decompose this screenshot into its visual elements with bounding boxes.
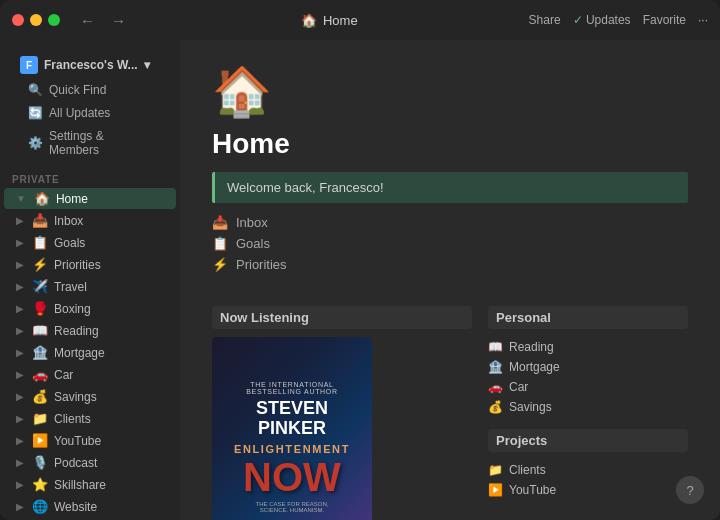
personal-car[interactable]: 🚗 Car xyxy=(488,377,688,397)
quick-find-label: Quick Find xyxy=(49,83,106,97)
search-icon: 🔍 xyxy=(28,83,43,97)
goals-link-icon: 📋 xyxy=(212,236,228,251)
book-byline: THE INTERNATIONAL BESTSELLING AUTHOR xyxy=(224,381,360,395)
help-button[interactable]: ? xyxy=(676,476,704,504)
titlebar-center: 🏠 Home xyxy=(138,13,521,28)
link-priorities[interactable]: ⚡ Priorities xyxy=(212,255,688,274)
minimize-button[interactable] xyxy=(30,14,42,26)
settings-members[interactable]: ⚙️ Settings & Members xyxy=(16,125,164,161)
sidebar-item-inbox[interactable]: ▶ 📥 Inbox xyxy=(4,210,176,231)
link-goals[interactable]: 📋 Goals xyxy=(212,234,688,253)
personal-mortgage[interactable]: 🏦 Mortgage xyxy=(488,357,688,377)
sidebar-item-podcast[interactable]: ▶ 🎙️ Podcast xyxy=(4,452,176,473)
youtube-icon-r: ▶️ xyxy=(488,483,503,497)
savings-icon: 💰 xyxy=(32,389,48,404)
savings-label: Savings xyxy=(509,400,552,414)
mortgage-label: Mortgage xyxy=(509,360,560,374)
inbox-arrow: ▶ xyxy=(16,215,24,226)
welcome-banner: Welcome back, Francesco! xyxy=(212,172,688,203)
sidebar-item-priorities[interactable]: ▶ ⚡ Priorities xyxy=(4,254,176,275)
traffic-lights xyxy=(12,14,60,26)
all-updates[interactable]: 🔄 All Updates xyxy=(16,102,164,124)
priorities-arrow: ▶ xyxy=(16,259,24,270)
sidebar-label-skillshare: Skillshare xyxy=(54,478,106,492)
website-arrow: ▶ xyxy=(16,501,24,512)
more-button[interactable]: ··· xyxy=(698,13,708,27)
youtube-icon: ▶️ xyxy=(32,433,48,448)
book-subtitle-top: ENLIGHTENMENT xyxy=(224,443,360,455)
sidebar-item-website[interactable]: ▶ 🌐 Website xyxy=(4,496,176,517)
sidebar-item-skillshare[interactable]: ▶ ⭐ Skillshare xyxy=(4,474,176,495)
sidebar-label-car: Car xyxy=(54,368,73,382)
car-icon-r: 🚗 xyxy=(488,380,503,394)
forward-button[interactable]: → xyxy=(107,10,130,31)
sidebar: F Francesco's W... ▾ 🔍 Quick Find 🔄 All … xyxy=(0,40,180,520)
sidebar-item-reading[interactable]: ▶ 📖 Reading xyxy=(4,320,176,341)
car-label: Car xyxy=(509,380,528,394)
car-icon: 🚗 xyxy=(32,367,48,382)
sidebar-workspace: F Francesco's W... ▾ 🔍 Quick Find 🔄 All … xyxy=(0,48,180,166)
home-icon: 🏠 xyxy=(34,191,50,206)
podcast-icon: 🎙️ xyxy=(32,455,48,470)
favorite-button[interactable]: Favorite xyxy=(643,13,686,27)
sidebar-item-home[interactable]: ▼ 🏠 Home xyxy=(4,188,176,209)
quick-find[interactable]: 🔍 Quick Find xyxy=(16,79,164,101)
updates-icon: 🔄 xyxy=(28,106,43,120)
clients-icon-r: 📁 xyxy=(488,463,503,477)
personal-reading[interactable]: 📖 Reading xyxy=(488,337,688,357)
youtube-arrow: ▶ xyxy=(16,435,24,446)
fullscreen-button[interactable] xyxy=(48,14,60,26)
sidebar-label-priorities: Priorities xyxy=(54,258,101,272)
boxing-icon: 🥊 xyxy=(32,301,48,316)
sidebar-label-clients: Clients xyxy=(54,412,91,426)
two-column-layout: Now Listening THE INTERNATIONAL BESTSELL… xyxy=(180,306,720,520)
priorities-link-icon: ⚡ xyxy=(212,257,228,272)
titlebar: ← → 🏠 Home Share ✓ Updates Favorite ··· xyxy=(0,0,720,40)
project-clients[interactable]: 📁 Clients xyxy=(488,460,688,480)
goals-icon: 📋 xyxy=(32,235,48,250)
sidebar-label-reading: Reading xyxy=(54,324,99,338)
sidebar-item-car[interactable]: ▶ 🚗 Car xyxy=(4,364,176,385)
sidebar-item-youtube[interactable]: ▶ ▶️ YouTube xyxy=(4,430,176,451)
sidebar-item-savings[interactable]: ▶ 💰 Savings xyxy=(4,386,176,407)
sidebar-label-savings: Savings xyxy=(54,390,97,404)
sidebar-label-home: Home xyxy=(56,192,88,206)
personal-savings[interactable]: 💰 Savings xyxy=(488,397,688,417)
sidebar-label-goals: Goals xyxy=(54,236,85,250)
skillshare-icon: ⭐ xyxy=(32,477,48,492)
sidebar-item-boxing[interactable]: ▶ 🥊 Boxing xyxy=(4,298,176,319)
sidebar-item-goals[interactable]: ▶ 📋 Goals xyxy=(4,232,176,253)
boxing-arrow: ▶ xyxy=(16,303,24,314)
close-button[interactable] xyxy=(12,14,24,26)
sidebar-item-travel[interactable]: ▶ ✈️ Travel xyxy=(4,276,176,297)
link-inbox[interactable]: 📥 Inbox xyxy=(212,213,688,232)
sidebar-item-clients[interactable]: ▶ 📁 Clients xyxy=(4,408,176,429)
book-author: STEVENPINKER xyxy=(224,399,360,439)
sidebar-item-mortgage[interactable]: ▶ 🏦 Mortgage xyxy=(4,342,176,363)
updates-button[interactable]: ✓ Updates xyxy=(573,13,631,27)
project-youtube[interactable]: ▶️ YouTube xyxy=(488,480,688,500)
mortgage-icon-r: 🏦 xyxy=(488,360,503,374)
mortgage-icon: 🏦 xyxy=(32,345,48,360)
book-subtitle-bottom: THE CASE FOR REASON,SCIENCE. HUMANISM. xyxy=(224,501,360,513)
sidebar-user[interactable]: F Francesco's W... ▾ xyxy=(12,52,168,78)
goals-arrow: ▶ xyxy=(16,237,24,248)
titlebar-actions: Share ✓ Updates Favorite ··· xyxy=(529,13,708,27)
sidebar-label-podcast: Podcast xyxy=(54,456,97,470)
savings-icon-r: 💰 xyxy=(488,400,503,414)
book-cover: THE INTERNATIONAL BESTSELLING AUTHOR STE… xyxy=(212,337,372,520)
personal-heading: Personal xyxy=(488,306,688,329)
book-cover-text: THE INTERNATIONAL BESTSELLING AUTHOR STE… xyxy=(224,381,360,513)
page-title: Home xyxy=(212,128,688,160)
podcast-arrow: ▶ xyxy=(16,457,24,468)
all-updates-label: All Updates xyxy=(49,106,110,120)
clients-label: Clients xyxy=(509,463,546,477)
share-button[interactable]: Share xyxy=(529,13,561,27)
page-icon: 🏠 xyxy=(301,13,317,28)
back-button[interactable]: ← xyxy=(76,10,99,31)
youtube-label: YouTube xyxy=(509,483,556,497)
travel-arrow: ▶ xyxy=(16,281,24,292)
sidebar-label-website: Website xyxy=(54,500,97,514)
travel-icon: ✈️ xyxy=(32,279,48,294)
goals-link-label: Goals xyxy=(236,236,270,251)
